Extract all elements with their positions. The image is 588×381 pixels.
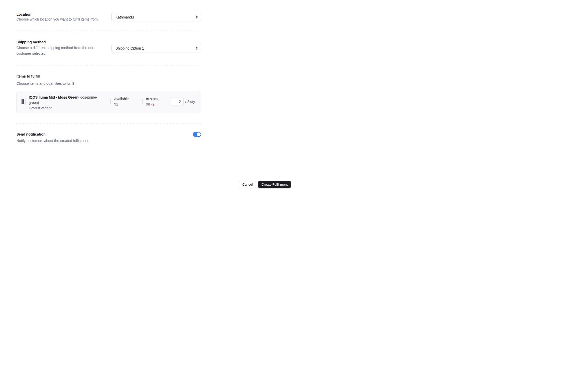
available-label: Available xyxy=(114,96,129,102)
items-section-description: Choose items and quantities to fulfill xyxy=(16,81,74,86)
create-fulfillment-panel: Location Choose which location you want … xyxy=(0,0,294,190)
shipping-method-select-value: Shipping Option 1 xyxy=(115,46,144,50)
footer-divider xyxy=(0,176,294,176)
vertical-divider xyxy=(142,99,143,104)
stock-delta-value: -2 xyxy=(151,102,154,106)
toggle-knob xyxy=(197,132,201,136)
notification-section-title: Send notification xyxy=(16,131,46,137)
in-stock-column: In stock 98-2 xyxy=(146,96,158,107)
fulfill-item-row: IQOS Iluma Mid - Moss Green(iqos-prime-g… xyxy=(16,91,201,113)
shipping-section-description: Choose a different shipping method from … xyxy=(16,45,99,56)
location-select-value: Kathmandu xyxy=(115,15,134,19)
quantity-input[interactable] xyxy=(171,98,184,106)
product-title: IQOS Iluma Mid - Moss Green(iqos-prime-g… xyxy=(29,95,107,111)
available-column: Available 91 xyxy=(114,96,129,107)
create-fulfillment-button[interactable]: Create Fulfillment xyxy=(258,181,291,188)
available-value: 91 xyxy=(114,102,129,107)
send-notification-toggle[interactable] xyxy=(193,132,201,137)
footer-actions: Cancel Create Fulfillment xyxy=(239,181,291,188)
vertical-divider xyxy=(110,99,111,104)
dashed-divider xyxy=(16,65,201,65)
items-section-title: Items to fulfill xyxy=(16,73,40,79)
shipping-section-title: Shipping method xyxy=(16,39,46,45)
product-variant-label: Default variant xyxy=(29,106,107,111)
product-device-icon xyxy=(22,99,24,104)
select-chevron-updown-icon xyxy=(195,46,198,50)
in-stock-label: In stock xyxy=(146,96,158,102)
product-thumbnail xyxy=(20,98,26,105)
select-chevron-updown-icon xyxy=(195,15,198,19)
dashed-divider xyxy=(16,123,201,124)
location-section-description: Choose which location you want to fulfil… xyxy=(16,16,99,22)
location-select[interactable]: Kathmandu xyxy=(111,13,201,21)
in-stock-value: 98-2 xyxy=(146,102,158,107)
cancel-button[interactable]: Cancel xyxy=(239,181,256,188)
dashed-divider xyxy=(16,31,201,31)
notification-section-description: Notify customers about the created fulfi… xyxy=(16,138,89,144)
product-name: IQOS Iluma Mid - Moss Green xyxy=(29,95,78,99)
quantity-suffix: / 2 qty. xyxy=(185,99,196,104)
shipping-method-select[interactable]: Shipping Option 1 xyxy=(111,44,201,52)
